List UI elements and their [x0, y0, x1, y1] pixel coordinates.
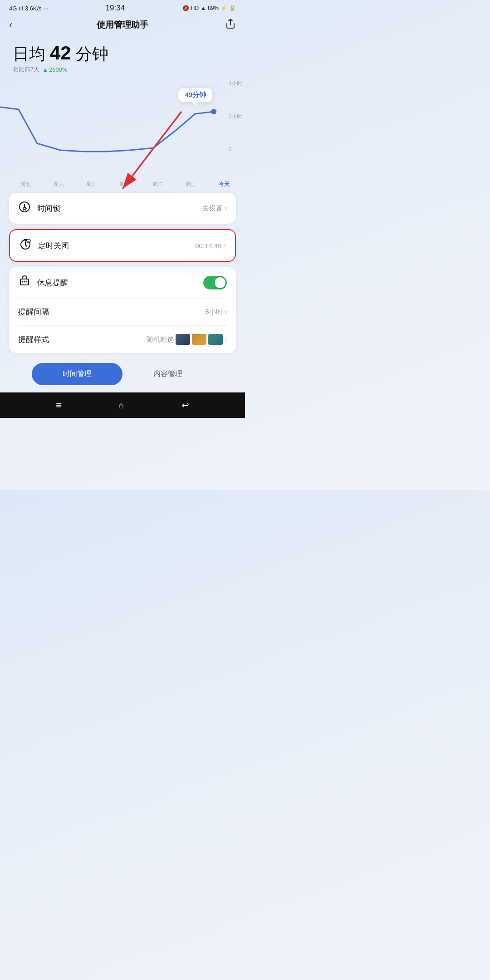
chart-x-labels: 周五 周六 周日 周一 周二 周三 今天 — [0, 181, 245, 188]
status-bar: 4G ıll 3.6K/s ··· 19:34 🔕 HD ▲ 89% ⚡ 🔋 — [0, 0, 245, 15]
usage-chart-wrapper: 4小时 2小时 0 49分钟 周五 周六 周日 周一 周二 周三 今天 — [0, 80, 245, 188]
stats-comparison: 相比前7天 ▲ 2600% — [13, 65, 232, 74]
daily-average: 日均 42 分钟 — [13, 42, 232, 64]
chart-y-labels: 4小时 2小时 0 — [228, 80, 242, 152]
time-lock-right: 去设置 › — [202, 204, 227, 213]
stats-section: 日均 42 分钟 相比前7天 ▲ 2600% — [0, 37, 245, 75]
x-label-sat: 周六 — [42, 181, 75, 188]
share-button[interactable] — [220, 18, 236, 32]
usage-chart: 4小时 2小时 0 49分钟 — [0, 80, 245, 180]
share-icon — [225, 18, 236, 29]
bottom-tabs: 时间管理 内容管理 — [0, 358, 245, 392]
rest-reminder-left: 休息提醒 — [18, 275, 68, 290]
x-label-tue: 周二 — [141, 181, 174, 188]
reminder-style-value: 随机精选 — [147, 335, 174, 344]
battery-percent: 89% — [208, 5, 219, 11]
status-left: 4G ıll 3.6K/s ··· — [9, 5, 48, 12]
timer-close-label: 定时关闭 — [38, 240, 69, 251]
x-label-fri: 周五 — [9, 181, 42, 188]
x-label-today: 今天 — [207, 181, 240, 188]
rest-reminder-card: 休息提醒 提醒间隔 8小时 › 提醒样式 随机精选 — [9, 267, 236, 353]
time-lock-row[interactable]: 时间锁 去设置 › — [9, 193, 236, 224]
battery-icon: 🔋 — [229, 5, 236, 11]
compare-label: 相比前7天 — [13, 65, 39, 74]
rest-reminder-row[interactable]: 休息提醒 — [9, 267, 236, 298]
rest-toggle[interactable] — [203, 276, 227, 289]
reminder-interval-right: 8小时 › — [205, 308, 227, 316]
y-label-mid: 2小时 — [228, 113, 242, 121]
reminder-style-right: 随机精选 › — [147, 334, 227, 345]
up-arrow-icon: ▲ — [42, 66, 48, 73]
x-label-mon: 周一 — [108, 181, 142, 188]
nav-home-icon[interactable]: ⌂ — [118, 400, 124, 411]
thumb-3 — [208, 334, 223, 345]
chart-tooltip: 49分钟 — [178, 88, 212, 102]
change-value: 2600% — [49, 66, 67, 73]
timer-close-card[interactable]: on 定时关闭 00:14:46 › — [9, 229, 236, 262]
y-label-top: 4小时 — [228, 80, 242, 88]
timer-close-left: on 定时关闭 — [19, 238, 69, 253]
back-button[interactable]: ‹ — [9, 19, 25, 31]
stats-prefix: 日均 — [13, 44, 45, 63]
reminder-style-chevron-icon: › — [225, 335, 227, 343]
svg-point-14 — [26, 281, 27, 283]
system-nav-bar: ≡ ⌂ ↩ — [0, 392, 245, 418]
silent-icon: 🔕 — [182, 5, 189, 11]
reminder-interval-value: 8小时 — [205, 308, 222, 316]
stats-value: 42 — [50, 42, 71, 64]
time-lock-icon — [18, 201, 31, 216]
thumb-2 — [192, 334, 206, 345]
thumb-1 — [176, 334, 190, 345]
timer-close-chevron-icon: › — [224, 241, 226, 250]
reminder-style-label: 提醒样式 — [18, 334, 49, 345]
tab-content-management[interactable]: 内容管理 — [122, 363, 213, 385]
svg-point-12 — [22, 281, 24, 283]
y-label-bot: 0 — [228, 146, 242, 152]
charging-icon: ⚡ — [220, 5, 227, 11]
time-lock-left: 时间锁 — [18, 201, 60, 216]
timer-close-row[interactable]: on 定时关闭 00:14:46 › — [10, 230, 235, 261]
time-lock-chevron-icon: › — [225, 204, 227, 212]
timer-close-value: 00:14:46 — [195, 242, 221, 250]
time-lock-label: 时间锁 — [37, 203, 60, 214]
rest-reminder-label: 休息提醒 — [37, 278, 68, 288]
status-right: 🔕 HD ▲ 89% ⚡ 🔋 — [182, 5, 236, 11]
reminder-style-row[interactable]: 提醒样式 随机精选 › — [9, 326, 236, 353]
speed-indicator: 3.6K/s ··· — [25, 5, 48, 12]
svg-point-13 — [24, 281, 25, 283]
time-lock-card[interactable]: 时间锁 去设置 › — [9, 193, 236, 224]
signal-bars: ıll — [19, 5, 23, 12]
wifi-icon: ▲ — [201, 5, 206, 11]
rest-reminder-icon — [18, 275, 31, 290]
svg-text:on: on — [27, 240, 30, 243]
stats-suffix: 分钟 — [76, 44, 108, 63]
time-lock-action: 去设置 — [202, 204, 223, 213]
feature-cards: 时间锁 去设置 › on 定时关闭 — [0, 188, 245, 358]
timer-close-right: 00:14:46 › — [195, 241, 226, 250]
chart-endpoint — [211, 109, 216, 114]
nav-menu-icon[interactable]: ≡ — [56, 400, 61, 411]
reminder-interval-chevron-icon: › — [225, 308, 227, 316]
x-label-sun: 周日 — [75, 181, 108, 188]
reminder-interval-row[interactable]: 提醒间隔 8小时 › — [9, 299, 236, 325]
change-indicator: ▲ 2600% — [42, 66, 67, 73]
tab-time-management[interactable]: 时间管理 — [32, 363, 122, 385]
rest-toggle-switch[interactable] — [203, 276, 227, 289]
status-time: 19:34 — [106, 4, 125, 13]
x-label-wed: 周三 — [174, 181, 207, 188]
timer-close-icon: on — [19, 238, 32, 253]
signal-icon: 4G — [9, 5, 17, 12]
app-header: ‹ 使用管理助手 — [0, 15, 245, 37]
page-title: 使用管理助手 — [97, 19, 148, 31]
hd-label: HD — [191, 5, 199, 11]
nav-back-icon[interactable]: ↩ — [181, 400, 189, 411]
reminder-interval-label: 提醒间隔 — [18, 307, 49, 317]
style-thumbnails — [176, 334, 223, 345]
